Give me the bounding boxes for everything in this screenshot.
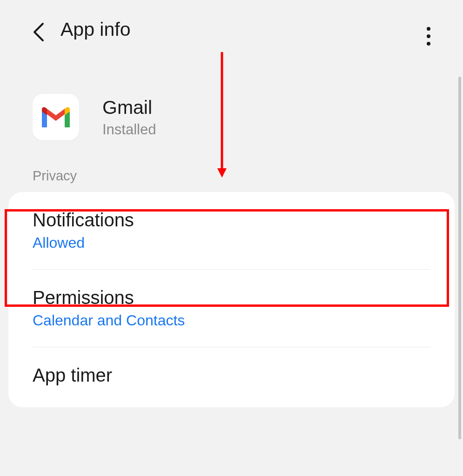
permissions-item[interactable]: Permissions Calendar and Contacts <box>8 270 455 347</box>
app-timer-title: App timer <box>33 365 430 386</box>
app-icon <box>33 94 79 140</box>
app-header-section: Gmail Installed <box>0 57 463 168</box>
permissions-subtitle: Calendar and Contacts <box>33 312 430 329</box>
privacy-card: Notifications Allowed Permissions Calend… <box>8 192 455 407</box>
more-vertical-icon <box>427 27 430 46</box>
notifications-item[interactable]: Notifications Allowed <box>8 192 455 269</box>
more-options-button[interactable] <box>422 22 435 50</box>
privacy-section-header: Privacy <box>0 168 463 192</box>
scrollbar[interactable] <box>458 77 461 439</box>
page-title: App info <box>60 19 130 40</box>
back-button[interactable] <box>33 22 45 44</box>
app-timer-item[interactable]: App timer <box>8 347 455 407</box>
app-name-label: Gmail <box>102 97 156 119</box>
notifications-title: Notifications <box>33 210 430 231</box>
back-icon <box>33 22 45 42</box>
gmail-icon <box>40 105 72 129</box>
permissions-title: Permissions <box>33 287 430 308</box>
app-status-label: Installed <box>102 121 156 138</box>
notifications-subtitle: Allowed <box>33 234 430 251</box>
